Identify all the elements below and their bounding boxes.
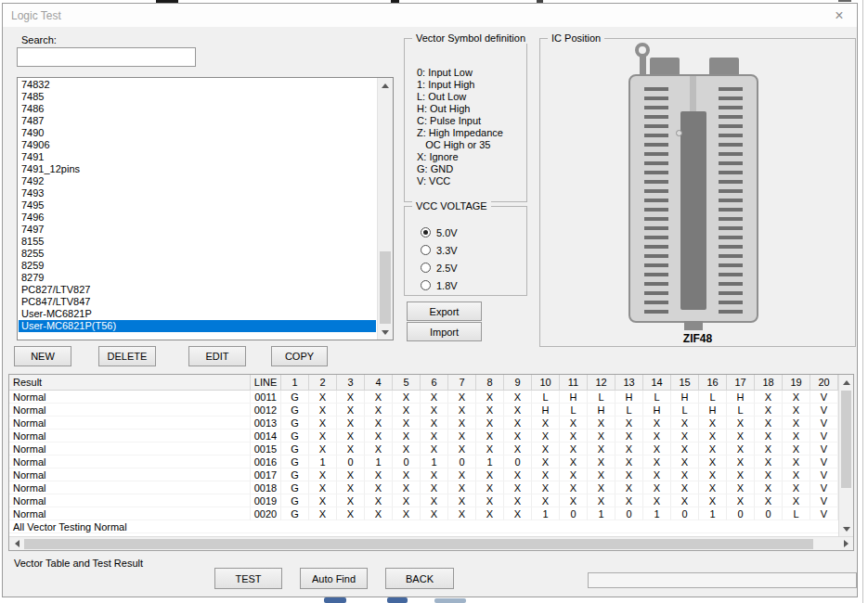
scroll-down-arrow-icon[interactable] xyxy=(839,521,853,536)
line-cell: 0014 xyxy=(251,430,281,443)
column-header[interactable]: 16 xyxy=(699,375,727,391)
search-input[interactable] xyxy=(17,47,196,67)
table-row[interactable]: Normal0017GXXXXXXXXXXXXXXXXXXV xyxy=(9,468,838,481)
vector-cell: X xyxy=(365,481,393,494)
scroll-up-arrow-icon[interactable] xyxy=(378,78,393,93)
vector-symbol-line: 1: Input High xyxy=(417,79,503,91)
table-row[interactable]: Normal0011GXXXXXXXXLHLHLHLHXXV xyxy=(9,391,838,404)
column-header[interactable]: 4 xyxy=(365,375,393,391)
vector-cell: G xyxy=(281,391,309,404)
list-item[interactable]: 8255 xyxy=(19,248,376,260)
column-header[interactable]: 13 xyxy=(615,375,643,391)
vcc-option-5.0V[interactable]: 5.0V xyxy=(421,226,458,238)
scrollbar-thumb[interactable] xyxy=(24,539,813,549)
column-header[interactable]: 12 xyxy=(588,375,615,391)
vcc-option-1.8V[interactable]: 1.8V xyxy=(421,279,458,291)
table-row[interactable]: Normal0012GXXXXXXXXHLHLHLHLXXV xyxy=(9,404,838,417)
column-header[interactable]: 11 xyxy=(560,375,588,391)
column-header[interactable]: 15 xyxy=(671,375,699,391)
import-button[interactable]: Import xyxy=(407,322,482,341)
list-item[interactable]: 7492 xyxy=(19,175,376,187)
list-item[interactable]: 74906 xyxy=(19,139,376,151)
scrollbar-thumb[interactable] xyxy=(380,251,391,324)
vector-cell: X xyxy=(448,494,476,507)
vector-cell: X xyxy=(504,417,532,430)
column-header[interactable]: 19 xyxy=(783,375,810,391)
list-item[interactable]: PC847/LTV847 xyxy=(19,296,376,308)
table-row[interactable]: Normal0018GXXXXXXXXXXXXXXXXXXV xyxy=(9,481,838,494)
list-item[interactable]: 74832 xyxy=(19,79,376,91)
column-header[interactable]: 18 xyxy=(755,375,783,391)
column-header[interactable]: 3 xyxy=(337,375,365,391)
vcc-option-2.5V[interactable]: 2.5V xyxy=(421,262,458,274)
table-vertical-scrollbar[interactable] xyxy=(838,375,853,536)
delete-button[interactable]: DELETE xyxy=(98,346,156,366)
export-button[interactable]: Export xyxy=(407,302,482,321)
list-item[interactable]: 8259 xyxy=(19,260,376,272)
vector-cell: X xyxy=(755,430,783,443)
column-header[interactable]: LINE xyxy=(251,375,281,391)
column-header[interactable]: 5 xyxy=(393,375,421,391)
table-row[interactable]: Normal0019GXXXXXXXXXXXXXXXXXXV xyxy=(9,494,838,507)
vector-cell: H xyxy=(560,391,588,404)
list-item[interactable]: 7493 xyxy=(19,187,376,199)
column-header[interactable]: 2 xyxy=(309,375,337,391)
back-button[interactable]: BACK xyxy=(385,568,454,589)
vector-cell: X xyxy=(671,443,699,455)
vector-cell: X xyxy=(337,404,365,417)
scroll-right-arrow-icon[interactable] xyxy=(838,537,853,550)
device-listbox[interactable]: 7483274857486748774907490674917491_12pin… xyxy=(17,77,394,340)
list-item[interactable]: 7485 xyxy=(19,91,376,103)
auto-find-button[interactable]: Auto Find xyxy=(300,568,368,589)
column-header[interactable]: 6 xyxy=(421,375,448,391)
vector-cell: X xyxy=(671,455,699,468)
table-row[interactable]: Normal0013GXXXXXXXXXXXXXXXXXXV xyxy=(9,417,838,430)
column-header[interactable]: 14 xyxy=(643,375,671,391)
list-item[interactable]: 7491_12pins xyxy=(19,163,376,175)
list-item[interactable]: 7486 xyxy=(19,103,376,115)
column-header[interactable]: Result xyxy=(9,375,251,391)
table-row[interactable]: Normal0020GXXXXXXXX101010100LV xyxy=(9,507,838,520)
vector-cell: X xyxy=(448,468,476,481)
scroll-down-arrow-icon[interactable] xyxy=(378,325,393,340)
table-horizontal-scrollbar[interactable] xyxy=(9,536,853,550)
column-header[interactable]: 1 xyxy=(281,375,309,391)
column-header[interactable]: 17 xyxy=(727,375,755,391)
edit-button[interactable]: EDIT xyxy=(188,346,246,366)
column-header[interactable]: 20 xyxy=(810,375,838,391)
list-item[interactable]: 7491 xyxy=(19,151,376,163)
list-item[interactable]: 7497 xyxy=(19,224,376,236)
column-header[interactable]: 7 xyxy=(448,375,476,391)
list-item[interactable]: 7490 xyxy=(19,127,376,139)
vcc-option-3.3V[interactable]: 3.3V xyxy=(421,244,458,256)
list-item[interactable]: 8155 xyxy=(19,236,376,248)
list-item[interactable]: User-MC6821P xyxy=(19,308,376,320)
close-icon: × xyxy=(835,7,843,24)
scroll-up-arrow-icon[interactable] xyxy=(839,375,853,390)
scroll-left-arrow-icon[interactable] xyxy=(9,537,24,550)
list-item[interactable]: 7496 xyxy=(19,212,376,224)
list-item[interactable]: PC827/LTV827 xyxy=(19,284,376,296)
list-item[interactable]: 8279 xyxy=(19,272,376,284)
list-item[interactable]: 7487 xyxy=(19,115,376,127)
device-list-scrollbar[interactable] xyxy=(377,78,393,340)
table-row[interactable]: Normal0016G10101010XXXXXXXXXXV xyxy=(9,455,838,468)
copy-button[interactable]: COPY xyxy=(271,346,328,366)
column-header[interactable]: 10 xyxy=(532,375,560,391)
test-button[interactable]: TEST xyxy=(214,568,282,589)
vector-cell: X xyxy=(309,391,337,404)
close-button[interactable]: × xyxy=(825,4,853,27)
list-item[interactable]: User-MC6821P(T56) xyxy=(19,320,376,332)
table-row[interactable]: Normal0014GXXXXXXXXXXXXXXXXXXV xyxy=(9,430,838,443)
vector-cell: X xyxy=(615,430,643,443)
scrollbar-thumb[interactable] xyxy=(841,391,851,488)
table-row[interactable]: Normal0015GXXXXXXXXXXXXXXXXXXV xyxy=(9,443,838,455)
vector-symbol-line: X: Ignore xyxy=(417,151,503,163)
column-header[interactable]: 9 xyxy=(504,375,532,391)
list-item[interactable]: 7495 xyxy=(19,199,376,212)
column-header[interactable]: 8 xyxy=(476,375,504,391)
vector-cell: G xyxy=(281,443,309,455)
new-button[interactable]: NEW xyxy=(14,346,71,366)
vector-cell: X xyxy=(727,481,755,494)
radio-icon xyxy=(421,227,431,237)
